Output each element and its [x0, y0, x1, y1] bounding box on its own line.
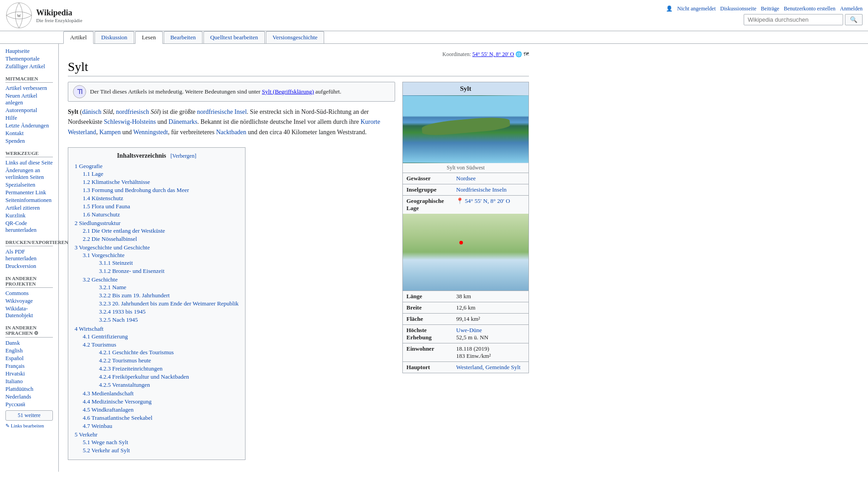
tab-lesen[interactable]: Lesen	[135, 31, 163, 44]
sidebar-item-wikivoyage[interactable]: Wikivoyage	[5, 297, 53, 305]
create-account-link[interactable]: Benutzerkonto erstellen	[784, 5, 835, 12]
toc-link-5[interactable]: 5 Verkehr	[75, 431, 98, 438]
toc-link-1-5[interactable]: 1.5 Flora und Fauna	[83, 203, 130, 210]
search-input[interactable]	[744, 14, 843, 25]
toc-link-3-2-3[interactable]: 3.2.3 20. Jahrhundert bis zum Ende der W…	[99, 300, 239, 307]
search-button[interactable]: 🔍	[845, 14, 863, 25]
sidebar-item-hrvatski[interactable]: Hrvatski	[5, 370, 53, 378]
nordfriesisch-link[interactable]: nordfriesisch	[116, 108, 149, 115]
sidebar-item-kontakt[interactable]: Kontakt	[5, 130, 53, 137]
sidebar-links-bearbeiten[interactable]: ✎ Links bearbeiten	[5, 422, 53, 429]
toc-link-4-1[interactable]: 4.1 Gentrifizierung	[83, 333, 128, 340]
toc-link-1-1[interactable]: 1.1 Lage	[83, 170, 103, 177]
coordinates-link[interactable]: 54° 55′ N, 8° 20′ O	[472, 51, 514, 57]
schleswig-holstein-link[interactable]: Schleswig-Holsteins	[104, 118, 156, 125]
toc-link-3-1[interactable]: 3.1 Vorgeschichte	[83, 252, 124, 258]
toc-link-1-3[interactable]: 1.3 Formung und Bedrohung durch das Meer	[83, 187, 189, 193]
sidebar-item-english[interactable]: English	[5, 347, 53, 355]
sidebar-item-wikidata[interactable]: Wikidata-Datenobjekt	[5, 305, 53, 319]
sidebar-item-links-auf-seite[interactable]: Links auf diese Seite	[5, 159, 53, 167]
toc-link-4-2-1[interactable]: 4.2.1 Geschichte des Tourismus	[99, 349, 174, 356]
sidebar-item-zufaellig[interactable]: Zufälliger Artikel	[5, 63, 53, 70]
tab-bearbeiten[interactable]: Bearbeiten	[164, 31, 203, 43]
sidebar-item-plattduutsch[interactable]: Plattdüütsch	[5, 385, 53, 393]
discussion-link[interactable]: Diskussionsseite	[720, 5, 756, 12]
toc-link-4-2-4[interactable]: 4.2.4 Freiköperkultur und Nacktbaden	[99, 373, 189, 380]
toc-link-4-2-5[interactable]: 4.2.5 Veranstaltungen	[99, 381, 150, 388]
geolage-link[interactable]: 54° 55′ N, 8° 20′ O	[465, 197, 510, 204]
sidebar-more-languages-button[interactable]: 51 weitere	[5, 410, 53, 421]
toc-link-4-7[interactable]: 4.7 Weinbau	[83, 422, 112, 429]
kampen-link[interactable]: Kampen	[99, 129, 121, 136]
toc-link-4-5[interactable]: 4.5 Windkraftanlagen	[83, 406, 134, 413]
toc-link-4-2-3[interactable]: 4.2.3 Freizeiteinrichtungen	[99, 365, 162, 372]
sidebar-item-neuen-artikel[interactable]: Neuen Artikel anlegen	[5, 92, 53, 107]
sidebar-item-italiano[interactable]: Italiano	[5, 378, 53, 385]
sidebar-item-themenportale[interactable]: Themenportale	[5, 55, 53, 63]
nordsee-link[interactable]: Nordsee	[456, 175, 476, 182]
sidebar-item-spenden[interactable]: Spenden	[5, 137, 53, 145]
toc-link-3-2[interactable]: 3.2 Geschichte	[83, 276, 118, 283]
toc-link-3-2-4[interactable]: 3.2.4 1933 bis 1945	[99, 308, 146, 315]
toc-link-2[interactable]: 2 Siedlungsstruktur	[75, 220, 120, 226]
toc-link-4-4[interactable]: 4.4 Medizinische Versorgung	[83, 398, 151, 405]
daenisch-link[interactable]: dänisch	[82, 108, 102, 115]
sidebar-item-autorenportal[interactable]: Autorenportal	[5, 107, 53, 114]
sidebar-item-qr-code[interactable]: QR-Code herunterladen	[5, 220, 53, 234]
sidebar-item-spezialseiten[interactable]: Spezialseiten	[5, 181, 53, 189]
contributions-link[interactable]: Beiträge	[761, 5, 779, 12]
toc-hide-button[interactable]: [Verbergen]	[170, 153, 196, 159]
toc-link-4-2-2[interactable]: 4.2.2 Tourismus heute	[99, 357, 151, 364]
toc-link-1[interactable]: 1 Geografie	[75, 163, 103, 169]
toc-link-3-2-2[interactable]: 3.2.2 Bis zum 19. Jahrhundert	[99, 292, 170, 299]
tab-diskussion[interactable]: Diskussion	[94, 31, 134, 43]
uwe-duene-link[interactable]: Uwe-Düne	[456, 327, 482, 333]
inselgruppe-link[interactable]: Nordfriesische Inseln	[456, 186, 507, 193]
sidebar-item-druckversion[interactable]: Druckversion	[5, 263, 53, 270]
toc-link-3-2-5[interactable]: 3.2.5 Nach 1945	[99, 316, 138, 323]
sidebar-item-kurzlink[interactable]: Kurzlink	[5, 212, 53, 220]
toc-link-3-1-2[interactable]: 3.1.2 Bronze- und Eisenzeit	[99, 267, 165, 274]
toc-link-4[interactable]: 4 Wirtschaft	[75, 325, 104, 332]
tab-quelltext[interactable]: Quelltext bearbeiten	[203, 31, 265, 43]
sidebar-item-aenderungen-verlinkten[interactable]: Änderungen an verlinkten Seiten	[5, 167, 53, 181]
toc-link-3[interactable]: 3 Vorgeschichte und Geschichte	[75, 244, 150, 251]
sidebar-item-hilfe[interactable]: Hilfe	[5, 114, 53, 122]
nordfriesische-insel-link[interactable]: nordfriesische Insel	[197, 108, 247, 115]
nacktbaden-link[interactable]: Nacktbaden	[216, 129, 246, 136]
disambig-link[interactable]: Sylt (Begriffsklärung)	[262, 88, 314, 95]
daenemarks-link[interactable]: Dänemarks	[169, 118, 198, 125]
toc-link-3-2-1[interactable]: 3.2.1 Name	[99, 284, 126, 291]
sidebar-item-espanol[interactable]: Español	[5, 355, 53, 362]
login-link[interactable]: Anmelden	[840, 5, 863, 12]
toc-link-4-2[interactable]: 4.2 Tourismus	[83, 341, 116, 348]
sidebar-section-mitmachen: Mitmachen Artikel verbessern Neuen Artik…	[5, 76, 53, 145]
sidebar-item-russki[interactable]: Русский	[5, 401, 53, 408]
sidebar-item-artikel-zitieren[interactable]: Artikel zitieren	[5, 204, 53, 212]
toc-link-1-6[interactable]: 1.6 Naturschutz	[83, 211, 120, 218]
sidebar-item-permanenter-link[interactable]: Permanenter Link	[5, 189, 53, 197]
toc-link-1-2[interactable]: 1.2 Klimatische Verhältnisse	[83, 178, 150, 185]
sidebar-item-seiteninformationen[interactable]: Seiteninformationen	[5, 197, 53, 204]
sidebar-item-nederlands[interactable]: Nederlands	[5, 393, 53, 401]
toc-link-4-6[interactable]: 4.6 Transatlantische Seekabel	[83, 414, 152, 421]
sidebar-item-letzte-aenderungen[interactable]: Letzte Änderungen	[5, 122, 53, 130]
sidebar-item-francais[interactable]: Français	[5, 362, 53, 370]
tab-artikel[interactable]: Artikel	[63, 31, 94, 44]
toc-link-5-2[interactable]: 5.2 Verkehr auf Sylt	[83, 447, 130, 454]
toc-link-5-1[interactable]: 5.1 Wege nach Sylt	[83, 439, 128, 446]
toc-link-1-4[interactable]: 1.4 Küstenschutz	[83, 195, 123, 202]
wenningstedt-link[interactable]: Wenningstedt	[133, 129, 168, 136]
toc-link-4-3[interactable]: 4.3 Medienlandschaft	[83, 390, 134, 397]
toc-link-2-1[interactable]: 2.1 Die Orte entlang der Westküste	[83, 227, 165, 234]
sidebar-item-artikel-verbessern[interactable]: Artikel verbessern	[5, 84, 53, 92]
sidebar-item-dansk[interactable]: Dansk	[5, 339, 53, 347]
toc-link-2-2[interactable]: 2.2 Die Nössehalbinsel	[83, 235, 137, 242]
sidebar-item-hauptseite[interactable]: Hauptseite	[5, 47, 53, 55]
not-logged-in[interactable]: Nicht angemeldet	[677, 5, 716, 12]
tab-versionsgeschichte[interactable]: Versionsgeschichte	[266, 31, 325, 43]
toc-link-3-1-1[interactable]: 3.1.1 Steinzeit	[99, 259, 133, 266]
sidebar-item-pdf[interactable]: Als PDF herunterladen	[5, 248, 53, 263]
westerland-link[interactable]: Westerland, Gemeinde Sylt	[456, 364, 520, 371]
sidebar-item-commons[interactable]: Commons	[5, 290, 53, 297]
